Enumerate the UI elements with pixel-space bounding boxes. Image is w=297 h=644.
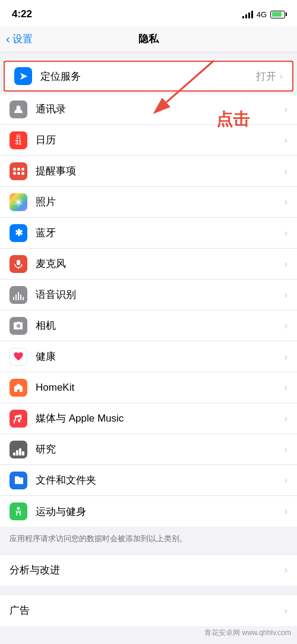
contacts-icon	[10, 100, 27, 118]
battery-icon	[270, 11, 285, 18]
nav-bar: ‹ 设置 隐私	[0, 26, 297, 52]
ads-label: 广告	[10, 604, 285, 617]
calendar-label: 日历	[36, 133, 285, 147]
list-item-health[interactable]: 健康 ›	[0, 341, 297, 372]
signal-icon	[242, 10, 253, 18]
homekit-label: HomeKit	[36, 382, 285, 394]
annotation-container: ➤ 定位服务 打开 › 点击	[0, 61, 297, 92]
speech-icon	[10, 286, 27, 304]
homekit-chevron-icon: ›	[285, 382, 287, 393]
analysis-label: 分析与改进	[10, 563, 285, 577]
health-chevron-icon: ›	[285, 351, 287, 362]
location-services-item[interactable]: ➤ 定位服务 打开 ›	[4, 61, 293, 92]
list-item-calendar[interactable]: 日 31 日历 ›	[0, 125, 297, 156]
bluetooth-label: 蓝牙	[36, 226, 285, 240]
files-icon	[10, 472, 27, 489]
back-chevron-icon: ‹	[6, 33, 10, 45]
speech-label: 语音识别	[36, 288, 285, 301]
svg-point-7	[17, 200, 20, 203]
ads-section: 广告 ›	[0, 595, 297, 626]
list-item-microphone[interactable]: 麦克风 ›	[0, 249, 297, 279]
back-label: 设置	[12, 32, 33, 46]
list-item-reminders[interactable]: 提醒事项 ›	[0, 156, 297, 187]
photos-chevron-icon: ›	[285, 197, 287, 208]
svg-point-12	[17, 507, 20, 510]
research-label: 研究	[36, 442, 285, 456]
contacts-chevron-icon: ›	[285, 104, 287, 115]
bluetooth-icon: ✱	[10, 224, 27, 242]
homekit-icon	[10, 379, 27, 397]
research-icon	[10, 441, 27, 458]
photos-label: 照片	[36, 195, 285, 209]
microphone-chevron-icon: ›	[285, 259, 287, 269]
status-icons: 4G	[242, 10, 285, 19]
calendar-chevron-icon: ›	[285, 135, 287, 146]
svg-point-11	[17, 325, 20, 327]
list-item-speech[interactable]: 语音识别 ›	[0, 279, 297, 310]
list-item-contacts[interactable]: 通讯录 ›	[0, 94, 297, 125]
list-item-ads[interactable]: 广告 ›	[0, 595, 297, 626]
list-item-analysis[interactable]: 分析与改进 ›	[0, 555, 297, 586]
camera-label: 相机	[36, 319, 285, 332]
fitness-icon	[10, 502, 27, 520]
list-item-bluetooth[interactable]: ✱ 蓝牙 ›	[0, 218, 297, 249]
health-icon	[10, 348, 27, 366]
photos-icon	[10, 193, 27, 211]
svg-rect-8	[17, 260, 20, 265]
music-chevron-icon: ›	[285, 413, 287, 424]
list-item-camera[interactable]: 相机 ›	[0, 310, 297, 341]
contacts-label: 通讯录	[36, 102, 285, 116]
back-button[interactable]: ‹ 设置	[6, 32, 33, 46]
reminders-label: 提醒事项	[36, 164, 285, 178]
analysis-chevron-icon: ›	[285, 565, 287, 576]
fitness-chevron-icon: ›	[285, 506, 287, 517]
status-bar: 4:22 4G	[0, 0, 297, 26]
list-item-research[interactable]: 研究 ›	[0, 434, 297, 465]
status-time: 4:22	[12, 8, 32, 20]
location-icon: ➤	[14, 67, 32, 85]
list-item-photos[interactable]: 照片 ›	[0, 187, 297, 218]
section-separator	[0, 586, 297, 595]
camera-chevron-icon: ›	[285, 321, 287, 331]
reminders-chevron-icon: ›	[285, 166, 287, 177]
privacy-section: 通讯录 › 日 31 日历 ›	[0, 94, 297, 527]
music-icon	[10, 410, 27, 428]
analysis-section: 分析与改进 ›	[0, 554, 297, 586]
list-item-files[interactable]: 文件和文件夹 ›	[0, 465, 297, 496]
page-title: 隐私	[138, 32, 159, 46]
speech-chevron-icon: ›	[285, 290, 287, 300]
music-label: 媒体与 Apple Music	[36, 411, 285, 425]
fitness-label: 运动与健身	[36, 505, 285, 519]
list-item-fitness[interactable]: 运动与健身 ›	[0, 496, 297, 527]
research-chevron-icon: ›	[285, 444, 287, 455]
content: ➤ 定位服务 打开 › 点击 通讯录 › 日 31	[0, 52, 297, 626]
location-label: 定位服务	[40, 70, 256, 83]
list-item-homekit[interactable]: HomeKit ›	[0, 372, 297, 403]
camera-icon	[10, 317, 27, 335]
watermark: 青花安卓网 www.qhhlv.com	[204, 628, 291, 638]
location-chevron-icon: ›	[280, 71, 283, 81]
info-text: 应用程序请求访问您的数据时会被添加到以上类别。	[0, 527, 297, 554]
location-value: 打开	[256, 70, 276, 83]
ads-chevron-icon: ›	[285, 605, 287, 616]
reminders-icon	[10, 162, 27, 180]
bluetooth-chevron-icon: ›	[285, 228, 287, 238]
list-item-music[interactable]: 媒体与 Apple Music ›	[0, 403, 297, 434]
network-label: 4G	[257, 10, 267, 19]
calendar-icon: 日 31	[10, 131, 27, 149]
files-label: 文件和文件夹	[36, 473, 285, 487]
microphone-label: 麦克风	[36, 257, 285, 271]
microphone-icon	[10, 255, 27, 273]
health-label: 健康	[36, 350, 285, 363]
files-chevron-icon: ›	[285, 475, 287, 486]
